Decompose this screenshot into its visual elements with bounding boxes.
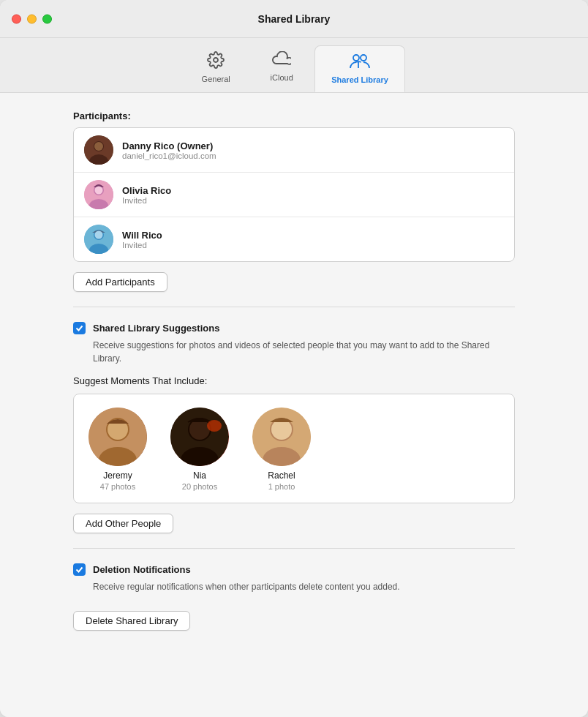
moments-box: Jeremy 47 photos Nia 20 photos	[73, 394, 515, 503]
participants-list: Danny Rico (Owner) daniel_rico1@icloud.c…	[73, 127, 515, 262]
participant-name: Danny Rico (Owner)	[122, 140, 216, 151]
moment-count: 20 photos	[182, 482, 217, 491]
cloud-icon	[272, 51, 291, 72]
window-title: Shared Library	[258, 13, 331, 25]
svg-point-10	[95, 187, 103, 195]
maximize-button[interactable]	[42, 14, 52, 23]
participant-detail: daniel_rico1@icloud.com	[122, 151, 216, 160]
participant-info: Danny Rico (Owner) daniel_rico1@icloud.c…	[122, 140, 216, 160]
list-item[interactable]: Jeremy 47 photos	[88, 408, 147, 491]
table-row: Olivia Rico Invited	[74, 173, 514, 217]
svg-point-2	[361, 55, 366, 61]
suggestions-checkbox-label: Shared Library Suggestions	[93, 323, 219, 334]
add-other-people-button[interactable]: Add Other People	[73, 514, 173, 533]
suggestions-description: Receive suggestions for photos and video…	[93, 339, 515, 365]
icloud-tab-label: iCloud	[271, 73, 293, 82]
moment-name: Rachel	[268, 470, 295, 481]
participant-detail: Invited	[122, 241, 162, 249]
svg-point-6	[94, 142, 103, 151]
deletion-checkbox-label: Deletion Notifications	[93, 564, 191, 575]
participant-info: Will Rico Invited	[122, 230, 162, 249]
shared-library-icon	[349, 52, 371, 74]
svg-point-22	[189, 419, 210, 440]
tab-general[interactable]: General	[183, 45, 249, 92]
svg-point-1	[353, 55, 359, 61]
table-row: Will Rico Invited	[74, 217, 514, 261]
participant-name: Olivia Rico	[122, 185, 171, 196]
suggest-moments-label: Suggest Moments That Include:	[73, 375, 515, 386]
participants-label: Participants:	[73, 110, 515, 121]
shared-library-tab-label: Shared Library	[331, 75, 388, 84]
avatar	[88, 408, 147, 466]
list-item[interactable]: Rachel 1 photo	[252, 408, 311, 491]
main-window: Shared Library General iCloud	[0, 0, 588, 717]
avatar	[170, 408, 229, 466]
deletion-description: Receive regular notifications when other…	[93, 580, 515, 593]
delete-shared-library-button[interactable]: Delete Shared Library	[73, 611, 190, 631]
avatar	[252, 408, 311, 466]
gear-icon	[207, 51, 225, 73]
tab-shared-library[interactable]: Shared Library	[314, 45, 405, 92]
moment-name: Jeremy	[103, 470, 132, 481]
close-button[interactable]	[12, 14, 21, 23]
minimize-button[interactable]	[27, 14, 37, 23]
participant-detail: Invited	[122, 196, 171, 205]
deletion-checkbox[interactable]	[73, 563, 86, 576]
content-area: Participants: Danny Rico (Owner) daniel_…	[0, 93, 588, 717]
divider-1	[73, 307, 515, 307]
avatar	[84, 225, 113, 254]
moment-name: Nia	[193, 470, 206, 481]
list-item[interactable]: Nia 20 photos	[170, 408, 229, 491]
participant-name: Will Rico	[122, 230, 162, 241]
general-tab-label: General	[202, 75, 230, 83]
svg-point-0	[214, 58, 218, 62]
avatar	[84, 180, 113, 209]
svg-point-23	[207, 420, 222, 432]
window-controls	[12, 14, 52, 23]
suggestions-checkbox-row: Shared Library Suggestions	[73, 322, 515, 334]
toolbar: General iCloud Shared Libra	[0, 38, 588, 93]
tab-icloud[interactable]: iCloud	[249, 45, 314, 92]
titlebar: Shared Library	[0, 0, 588, 38]
avatar	[84, 135, 113, 165]
svg-point-14	[95, 231, 103, 239]
moment-count: 1 photo	[268, 482, 295, 491]
moment-count: 47 photos	[100, 482, 135, 491]
add-participants-button[interactable]: Add Participants	[73, 272, 167, 292]
deletion-checkbox-row: Deletion Notifications	[73, 563, 515, 576]
suggestions-checkbox[interactable]	[73, 322, 86, 334]
svg-point-27	[271, 419, 292, 440]
table-row: Danny Rico (Owner) daniel_rico1@icloud.c…	[74, 128, 514, 173]
divider-2	[73, 548, 515, 549]
participant-info: Olivia Rico Invited	[122, 185, 171, 205]
